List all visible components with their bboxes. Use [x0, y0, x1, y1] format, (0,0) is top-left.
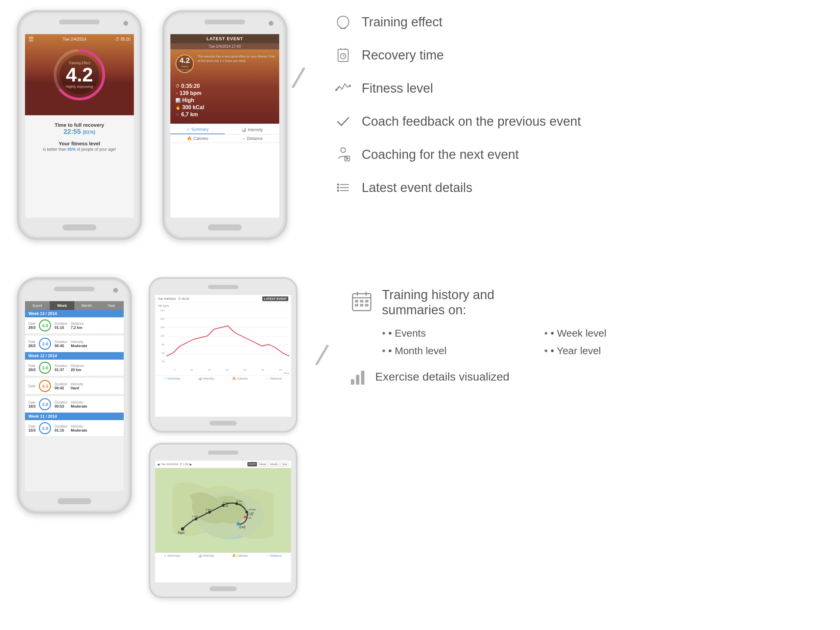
svg-rect-64 [351, 379, 354, 385]
event-row-1: Date 28/3 4.0 Duration 01:15 Distance 7,… [25, 317, 124, 334]
phone2-screen: LATEST EVENT Tue 2/4/2014 17:43 4.2 High… [171, 34, 279, 218]
svg-text:0:45: 0:45 [223, 505, 229, 508]
phone-camera [123, 21, 128, 26]
score-badge-2: 2.0 [39, 338, 51, 350]
omega-icon-wrap [331, 10, 355, 34]
recovery-title: Time to full recovery [30, 122, 129, 128]
svg-rect-66 [361, 371, 365, 385]
p5-header: ◀ Tue 31/3/2014 ⏱ 1:30 ▶ Event Week Mont… [155, 461, 291, 468]
te-badge: 4.2 Highly improving [175, 54, 194, 73]
phone1-screen: ☰ Tue 2/4/2014 ⏱ 35:20 Training Effect 4… [25, 34, 134, 218]
svg-text:0:56: 0:56 [237, 503, 242, 506]
svg-text:6 km: 6 km [223, 501, 229, 504]
p5-tab-intensity-btn[interactable]: 📊Intensity [189, 554, 223, 557]
history-title: Training history and summaries on: [382, 287, 494, 317]
label-coaching-next: Coaching for the next event [362, 147, 519, 162]
svg-text:0:26: 0:26 [192, 518, 197, 521]
svg-point-40 [349, 85, 351, 87]
chart-wave-icon-wrap [331, 76, 355, 100]
p5-tab-week[interactable]: Week [257, 462, 268, 466]
calendar-icon-wrap [348, 287, 375, 314]
phone-side-button [141, 73, 142, 93]
phone1-header: ☰ Tue 2/4/2014 ⏱ 35:20 [25, 34, 134, 44]
te-improving: Highly improving [66, 85, 93, 88]
p5-tab-year[interactable]: Year [280, 462, 289, 466]
phone-map-shell: ◀ Tue 31/3/2014 ⏱ 1:30 ▶ Event Week Mont… [149, 443, 297, 598]
recovery-time: 22:55 (81%) [30, 128, 129, 136]
phone-training-history: Event Week Month Year Week 13 / 2014 Dat… [17, 277, 132, 514]
bullet-year: • Year level [544, 345, 686, 357]
week12-header: Week 12 / 2014 [25, 352, 124, 360]
svg-point-53 [337, 190, 339, 191]
svg-text:End: End [239, 525, 245, 529]
p5-tab-event[interactable]: Event [248, 462, 257, 466]
p4-tab-summary[interactable]: ✓Summary [155, 377, 189, 380]
svg-rect-60 [365, 300, 368, 303]
p5-tab-calories-btn[interactable]: 🔥Calories [223, 554, 257, 557]
p5-map: Start 2 km 0:26 4 km 0:32 6 km 0:45 8 km… [155, 468, 291, 553]
nav-event[interactable]: Event [25, 301, 50, 310]
week13-header: Week 13 / 2014 [25, 310, 124, 317]
phone5-screen: ◀ Tue 31/3/2014 ⏱ 1:30 ▶ Event Week Mont… [155, 461, 291, 583]
slash-decorator-2: / [313, 338, 331, 373]
svg-text:12 km: 12 km [248, 508, 256, 511]
phone1-date: Tue 2/4/2014 [63, 37, 86, 41]
p5-back[interactable]: ◀ [157, 463, 159, 466]
svg-point-39 [336, 89, 337, 91]
tab-calories[interactable]: 🔥 Calories [171, 134, 225, 143]
p5-forward[interactable]: ▶ [189, 463, 192, 466]
bullet-week: • Week level [544, 327, 686, 339]
p4-tab-calories[interactable]: 🔥Calories [223, 377, 257, 380]
tab-intensity[interactable]: 📊 Intensity [225, 125, 279, 134]
nav-year[interactable]: Year [99, 301, 124, 310]
hr-chart-svg [166, 309, 289, 363]
training-effect-circle: Training Effect 4.2 Highly improving [52, 47, 106, 102]
person-coach-icon-wrap [331, 143, 355, 166]
nav-month[interactable]: Month [74, 301, 99, 310]
phone3-screen: Event Week Month Year Week 13 / 2014 Dat… [25, 301, 124, 491]
feature-coach-feedback: Coach feedback on the previous event [331, 109, 635, 133]
feature-event-details: Latest event details [331, 176, 635, 199]
bar-chart-icon-wrap [348, 367, 368, 387]
te-badge-num: 4.2 [180, 56, 190, 65]
p4-tab-distance[interactable]: ↔Distance [257, 377, 291, 380]
history-header: Training history and summaries on: [348, 287, 686, 317]
bullet-month: • Month level [382, 345, 524, 357]
list-icon-wrap [331, 176, 355, 199]
p4-header: Tue 2/4/2014 ⏱ 35:20 LATEST EVENT [155, 295, 291, 303]
check-icon-wrap [331, 109, 355, 133]
event-row-6: Date 15/3 2.0 Duration 01:15 Intensity M… [25, 420, 124, 437]
p5-tab-summary-btn[interactable]: ✓Summary [155, 554, 189, 557]
tab-summary[interactable]: ✓ Summary [171, 125, 225, 134]
feature-recovery-time: Recovery time [331, 43, 635, 67]
phone3-side-button [131, 340, 132, 360]
fitness-desc: is better than 65% of people of your age… [30, 146, 129, 152]
p2-hero: 4.2 Highly improving This exercise has a… [171, 49, 279, 124]
features-top: Training effect Recovery time Fitnes [331, 10, 635, 209]
p4-tab-intensity[interactable]: 📊Intensity [189, 377, 223, 380]
svg-text:1:30: 1:30 [248, 512, 254, 515]
score-badge-4: 4.3 [39, 380, 51, 392]
score-badge-5: 2.0 [39, 398, 51, 410]
tab-distance[interactable]: ↔ Distance [225, 134, 279, 143]
score-badge-3: 3.0 [39, 362, 51, 374]
phone-training-effect: ☰ Tue 2/4/2014 ⏱ 35:20 Training Effect 4… [17, 10, 142, 240]
stat-kcal: 🔥 300 kCal [175, 104, 204, 111]
hamburger-icon[interactable]: ☰ [28, 35, 34, 43]
svg-text:4 km: 4 km [205, 508, 212, 511]
svg-rect-63 [365, 304, 368, 306]
score-badge-1: 4.0 [39, 319, 51, 332]
event-row-4: Date 4.3 Duration 00:42 Intensity Hard [25, 378, 124, 395]
p5-tab-month[interactable]: Month [269, 462, 279, 466]
nav-week[interactable]: Week [50, 301, 74, 310]
event-row-2: Date 26/3 2.0 Duration 00:45 Intensity M… [25, 336, 124, 352]
stat-distance: ↔ 6,7 km [175, 112, 204, 118]
p5-tab-distance-btn[interactable]: ↔Distance [257, 554, 291, 557]
te-score: 4.2 [66, 65, 93, 85]
svg-point-51 [337, 184, 339, 185]
slash-decorator-1: / [290, 60, 307, 96]
svg-point-52 [337, 187, 339, 188]
p2-subheader: Tue 2/4/2014 17:43 [171, 43, 279, 49]
phone2-camera [269, 21, 273, 26]
svg-text:0:32: 0:32 [205, 512, 211, 515]
